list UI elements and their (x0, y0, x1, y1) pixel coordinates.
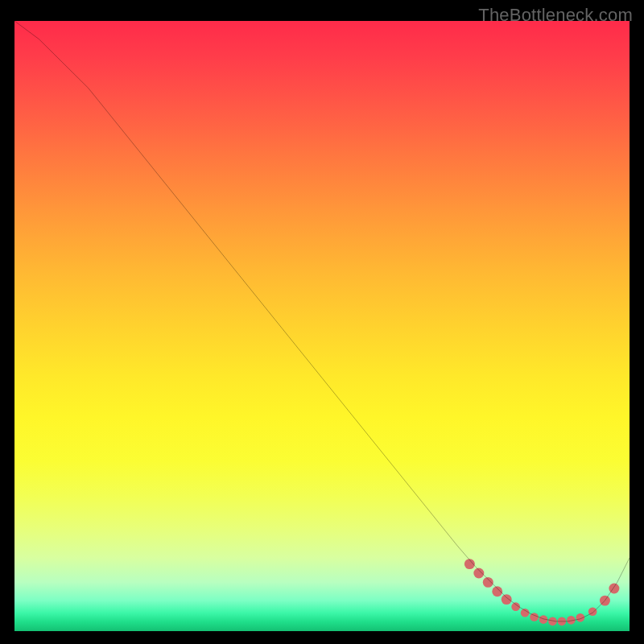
curve-marker (588, 607, 597, 616)
curve-marker (609, 583, 619, 593)
curve-svg (14, 21, 630, 631)
plot-area (14, 21, 630, 631)
curve-marker (502, 594, 512, 605)
curve-marker (483, 577, 493, 588)
curve-marker (473, 568, 484, 579)
chart-frame: TheBottleneck.com (0, 0, 644, 644)
curve-marker (521, 609, 530, 617)
curve-marker (492, 586, 502, 597)
curve-marker (576, 613, 585, 622)
watermark-text: TheBottleneck.com (478, 5, 633, 26)
bottleneck-curve (14, 21, 630, 621)
marker-layer (464, 559, 620, 625)
